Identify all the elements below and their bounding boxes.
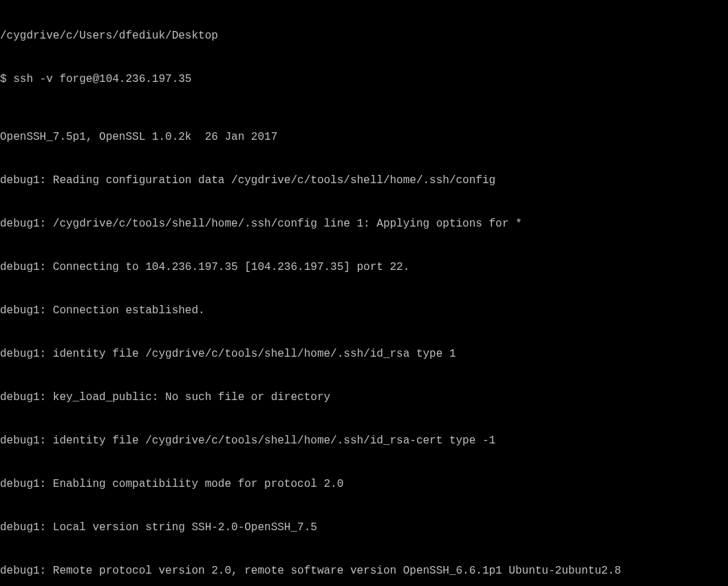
output-line: debug1: /cygdrive/c/tools/shell/home/.ss… (0, 217, 728, 231)
command: ssh -v forge@104.236.197.35 (13, 73, 191, 85)
output-line: debug1: key_load_public: No such file or… (0, 390, 728, 405)
output-line: debug1: Reading configuration data /cygd… (0, 174, 728, 188)
terminal[interactable]: /cygdrive/c/Users/dfediuk/Desktop $ ssh … (0, 0, 728, 586)
output-line: debug1: Enabling compatibility mode for … (0, 477, 728, 492)
output-line: OpenSSH_7.5p1, OpenSSL 1.0.2k 26 Jan 201… (0, 130, 728, 145)
output-line: debug1: Remote protocol version 2.0, rem… (0, 564, 728, 578)
output-line: debug1: identity file /cygdrive/c/tools/… (0, 434, 728, 448)
output-line: debug1: Connecting to 104.236.197.35 [10… (0, 260, 728, 275)
prompt: $ (0, 73, 13, 85)
output-line: debug1: Connection established. (0, 304, 728, 318)
command-line: $ ssh -v forge@104.236.197.35 (0, 72, 728, 87)
cwd-line: /cygdrive/c/Users/dfediuk/Desktop (0, 29, 728, 43)
output-line: debug1: identity file /cygdrive/c/tools/… (0, 347, 728, 362)
output-line: debug1: Local version string SSH-2.0-Ope… (0, 521, 728, 535)
